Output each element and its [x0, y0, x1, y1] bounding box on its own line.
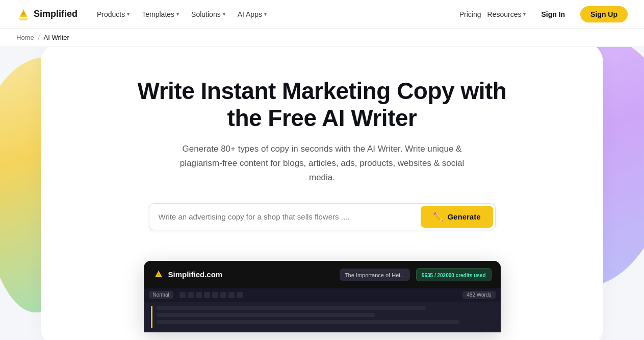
navbar: Simplified Products ▾ Templates ▾ Soluti… — [0, 0, 644, 29]
toolbar-icon-redo — [237, 292, 243, 298]
products-label: Products — [97, 10, 125, 18]
logo-icon — [16, 7, 31, 21]
ai-apps-label: AI Apps — [238, 10, 262, 18]
app-editor-body — [144, 302, 501, 332]
logo-link[interactable]: Simplified — [16, 7, 78, 21]
editor-line-3 — [157, 320, 460, 324]
app-preview: Simplified.com The Importance of Hei... … — [144, 261, 501, 332]
logo-text: Simplified — [34, 9, 78, 19]
toolbar-icons — [179, 292, 243, 298]
nav-templates[interactable]: Templates ▾ — [137, 7, 184, 21]
editor-accent-bar — [151, 306, 152, 328]
toolbar-normal: Normal — [149, 291, 173, 299]
app-preview-header: Simplified.com The Importance of Hei... … — [144, 261, 501, 288]
app-toolbar: Normal 482 Words — [144, 288, 501, 302]
nav-products[interactable]: Products ▾ — [92, 7, 135, 21]
generate-button[interactable]: ✏️ Generate — [421, 206, 493, 228]
resources-chevron-icon: ▾ — [523, 11, 526, 17]
generate-label: Generate — [447, 212, 480, 221]
breadcrumb-current: AI Writer — [44, 34, 69, 41]
nav-right: Pricing Resources ▾ Sign In Sign Up — [459, 6, 628, 22]
editor-lines — [157, 306, 494, 324]
toolbar-icon-s — [204, 292, 210, 298]
app-logo-area: Simplified.com — [153, 269, 223, 280]
wand-icon: ✏️ — [433, 212, 443, 222]
app-header-right: The Importance of Hei... 5635 / 202000 c… — [340, 268, 492, 281]
toolbar-icon-list — [220, 292, 226, 298]
hero-content: Write Instant Marketing Copy with the Fr… — [123, 47, 521, 246]
breadcrumb: Home / AI Writer — [0, 29, 644, 47]
ai-apps-chevron-icon: ▾ — [264, 11, 267, 17]
resources-label: Resources — [487, 10, 522, 18]
solutions-label: Solutions — [191, 10, 221, 18]
nav-resources[interactable]: Resources ▾ — [487, 10, 526, 18]
nav-pricing[interactable]: Pricing — [459, 10, 481, 18]
app-logo-text: Simplified.com — [168, 270, 223, 279]
search-input[interactable] — [149, 205, 419, 228]
nav-solutions[interactable]: Solutions ▾ — [186, 7, 230, 21]
app-credits-badge: 5635 / 202000 credits used — [416, 268, 492, 281]
solutions-chevron-icon: ▾ — [223, 11, 225, 17]
nav-links: Products ▾ Templates ▾ Solutions ▾ AI Ap… — [92, 7, 459, 21]
hero-section: Write Instant Marketing Copy with the Fr… — [0, 47, 644, 340]
search-bar: ✏️ Generate — [149, 203, 496, 230]
toolbar-icon-i — [188, 292, 194, 298]
products-chevron-icon: ▾ — [127, 11, 130, 17]
toolbar-icon-b — [179, 292, 186, 298]
toolbar-icon-link — [212, 292, 218, 298]
nav-ai-apps[interactable]: AI Apps ▾ — [233, 7, 272, 21]
editor-line-1 — [157, 306, 426, 310]
app-logo-icon — [153, 269, 164, 280]
word-count: 482 Words — [462, 291, 495, 299]
app-preview-wrapper: Simplified.com The Importance of Hei... … — [134, 261, 511, 332]
templates-chevron-icon: ▾ — [176, 11, 179, 17]
templates-label: Templates — [142, 10, 174, 18]
hero-subtitle: Generate 80+ types of copy in seconds wi… — [179, 142, 465, 185]
app-doc-title: The Importance of Hei... — [340, 269, 410, 281]
editor-line-2 — [157, 313, 376, 317]
toolbar-icon-u — [196, 292, 202, 298]
signin-button[interactable]: Sign In — [532, 6, 574, 22]
toolbar-icon-undo — [228, 292, 235, 298]
signup-button[interactable]: Sign Up — [580, 6, 628, 22]
breadcrumb-separator: / — [38, 34, 40, 41]
breadcrumb-home[interactable]: Home — [16, 34, 34, 41]
hero-title: Write Instant Marketing Copy with the Fr… — [134, 78, 511, 132]
